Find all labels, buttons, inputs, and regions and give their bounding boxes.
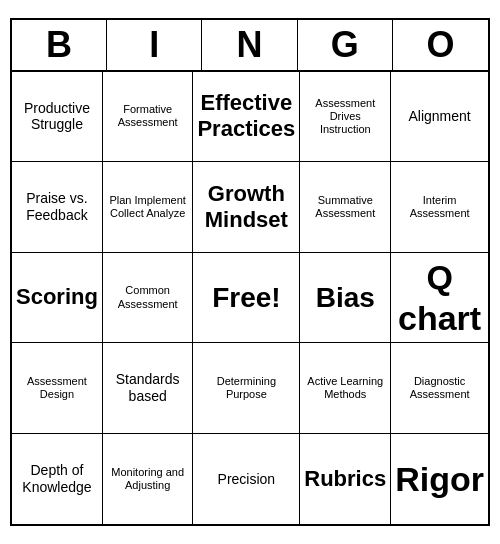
bingo-cell-14: Q chart — [391, 253, 488, 344]
bingo-cell-6: Plan Implement Collect Analyze — [103, 162, 194, 253]
header-letter-b: B — [12, 20, 107, 70]
header-letter-n: N — [202, 20, 297, 70]
header-letter-g: G — [298, 20, 393, 70]
bingo-card: BINGO Productive StruggleFormative Asses… — [10, 18, 490, 527]
bingo-cell-4: Alignment — [391, 72, 488, 163]
bingo-cell-16: Standards based — [103, 343, 194, 434]
bingo-cell-2: Effective Practices — [193, 72, 300, 163]
header-letter-o: O — [393, 20, 488, 70]
cell-text-7: Growth Mindset — [197, 181, 295, 234]
cell-text-10: Scoring — [16, 284, 98, 310]
cell-text-20: Depth of Knowledge — [16, 462, 98, 496]
bingo-cell-23: Rubrics — [300, 434, 391, 525]
cell-text-5: Praise vs. Feedback — [16, 190, 98, 224]
bingo-cell-20: Depth of Knowledge — [12, 434, 103, 525]
cell-text-22: Precision — [218, 471, 276, 488]
bingo-cell-9: Interim Assessment — [391, 162, 488, 253]
bingo-cell-21: Monitoring and Adjusting — [103, 434, 194, 525]
bingo-grid: Productive StruggleFormative AssessmentE… — [12, 72, 488, 525]
bingo-cell-8: Summative Assessment — [300, 162, 391, 253]
cell-text-11: Common Assessment — [107, 284, 189, 310]
bingo-cell-12: Free! — [193, 253, 300, 344]
cell-text-2: Effective Practices — [197, 90, 295, 143]
bingo-cell-0: Productive Struggle — [12, 72, 103, 163]
cell-text-4: Alignment — [408, 108, 470, 125]
cell-text-8: Summative Assessment — [304, 194, 386, 220]
cell-text-6: Plan Implement Collect Analyze — [107, 194, 189, 220]
bingo-cell-19: Diagnostic Assessment — [391, 343, 488, 434]
cell-text-0: Productive Struggle — [16, 100, 98, 134]
bingo-cell-13: Bias — [300, 253, 391, 344]
cell-text-16: Standards based — [107, 371, 189, 405]
cell-text-18: Active Learning Methods — [304, 375, 386, 401]
cell-text-1: Formative Assessment — [107, 103, 189, 129]
bingo-cell-17: Determining Purpose — [193, 343, 300, 434]
bingo-cell-5: Praise vs. Feedback — [12, 162, 103, 253]
bingo-cell-24: Rigor — [391, 434, 488, 525]
cell-text-14: Q chart — [395, 257, 484, 339]
bingo-cell-3: Assessment Drives Instruction — [300, 72, 391, 163]
cell-text-9: Interim Assessment — [395, 194, 484, 220]
cell-text-13: Bias — [316, 281, 375, 315]
header-letter-i: I — [107, 20, 202, 70]
bingo-cell-18: Active Learning Methods — [300, 343, 391, 434]
bingo-cell-7: Growth Mindset — [193, 162, 300, 253]
cell-text-12: Free! — [212, 281, 280, 315]
bingo-cell-1: Formative Assessment — [103, 72, 194, 163]
bingo-cell-10: Scoring — [12, 253, 103, 344]
cell-text-17: Determining Purpose — [197, 375, 295, 401]
cell-text-24: Rigor — [395, 459, 484, 500]
cell-text-15: Assessment Design — [16, 375, 98, 401]
cell-text-3: Assessment Drives Instruction — [304, 97, 386, 137]
cell-text-21: Monitoring and Adjusting — [107, 466, 189, 492]
cell-text-23: Rubrics — [304, 466, 386, 492]
bingo-cell-22: Precision — [193, 434, 300, 525]
bingo-cell-11: Common Assessment — [103, 253, 194, 344]
bingo-header: BINGO — [12, 20, 488, 72]
bingo-cell-15: Assessment Design — [12, 343, 103, 434]
cell-text-19: Diagnostic Assessment — [395, 375, 484, 401]
